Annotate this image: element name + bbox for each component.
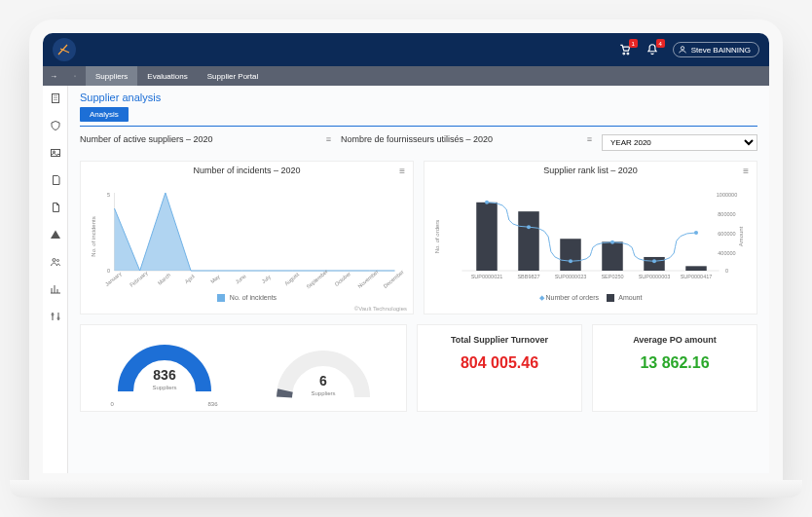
- rail-analytics[interactable]: [49, 282, 62, 296]
- legend-label: No. of incidents: [230, 294, 277, 301]
- kpi-menu[interactable]: ≡: [587, 134, 592, 144]
- y-axis-label: No. of incidents: [91, 216, 96, 256]
- kpi-header-row: Number of active suppliers – 2020 ≡ Nomb…: [80, 134, 757, 151]
- kpi-header-label: Number of active suppliers – 2020: [80, 134, 213, 144]
- sidebar-item-evaluations[interactable]: Evaluations: [137, 66, 197, 86]
- kpi-header-label: Nombre de fournisseurs utilisés – 2020: [341, 134, 493, 144]
- rail-users[interactable]: [49, 255, 62, 269]
- legend-swatch: [607, 294, 614, 302]
- sliders-icon: [50, 311, 61, 322]
- kpi-header-used-suppliers: Nombre de fournisseurs utilisés – 2020 ≡: [341, 134, 592, 144]
- gauge-sublabel: Suppliers: [311, 390, 335, 396]
- gauge-scale: 0 836: [111, 401, 218, 407]
- topbar-actions: 1 4 Steve BAINNING: [618, 42, 759, 57]
- app-logo[interactable]: [53, 38, 76, 61]
- svg-text:July: July: [261, 274, 273, 284]
- tab-analysis[interactable]: Analysis: [80, 107, 129, 122]
- rail-settings[interactable]: [49, 310, 62, 323]
- kpi-value: 804 005.46: [427, 354, 572, 372]
- svg-rect-4: [51, 150, 59, 157]
- svg-text:0: 0: [107, 268, 110, 274]
- user-menu[interactable]: Steve BAINNING: [673, 42, 759, 57]
- notifications-badge: 4: [656, 39, 665, 48]
- card-menu[interactable]: ≡: [399, 166, 405, 176]
- svg-point-9: [57, 317, 59, 319]
- note-icon: [50, 174, 61, 186]
- svg-point-8: [52, 314, 54, 315]
- svg-rect-33: [518, 211, 539, 271]
- card-gauges: 836 Suppliers 0 836: [80, 324, 407, 412]
- tab-underline: [80, 126, 757, 127]
- users-icon: [50, 256, 61, 268]
- nav-label: Supplier Portal: [207, 72, 258, 81]
- shield-icon: [50, 120, 61, 131]
- rail-suppliers[interactable]: [49, 92, 62, 105]
- legend-orders: Number of orders: [546, 294, 599, 301]
- rail-notes[interactable]: [49, 173, 62, 187]
- card-turnover: Total Supplier Turnover 804 005.46: [417, 324, 582, 412]
- sidebar-item-suppliers[interactable]: Suppliers: [86, 66, 137, 86]
- yr-axis-label: Amount: [738, 226, 744, 246]
- svg-point-38: [485, 201, 489, 204]
- svg-point-39: [527, 225, 531, 229]
- yl-axis-label: No. of orders: [434, 220, 440, 254]
- svg-text:SUP0000023: SUP0000023: [555, 274, 587, 279]
- svg-text:SUP0000003: SUP0000003: [639, 274, 671, 279]
- gauge-used-suppliers: 6 Suppliers: [270, 339, 377, 407]
- svg-point-40: [569, 259, 572, 263]
- gauge-value: 836: [153, 367, 176, 383]
- card-title: Supplier rank list – 2020: [424, 162, 757, 179]
- notifications-button[interactable]: 4: [646, 43, 659, 56]
- svg-text:September: September: [305, 268, 329, 289]
- rail-security[interactable]: [49, 119, 62, 132]
- svg-point-43: [694, 231, 698, 235]
- year-select[interactable]: YEAR 2020: [602, 134, 757, 151]
- svg-text:May: May: [209, 274, 221, 284]
- svg-point-1: [627, 53, 629, 55]
- gauge-value: 6: [319, 373, 327, 388]
- document-icon: [50, 202, 61, 213]
- svg-text:800000: 800000: [718, 211, 735, 217]
- svg-text:SBB9827: SBB9827: [517, 274, 539, 279]
- nav-label: Evaluations: [147, 72, 187, 81]
- cart-button[interactable]: 1: [618, 43, 632, 56]
- svg-text:0: 0: [725, 268, 728, 274]
- svg-text:June: June: [235, 273, 247, 284]
- svg-point-41: [610, 240, 614, 244]
- kpi-label: Total Supplier Turnover: [427, 335, 572, 345]
- topbar: 1 4 Steve BAINNING: [43, 33, 769, 66]
- gauge-svg: 6 Suppliers: [270, 339, 377, 407]
- card-title: Number of incidents – 2020: [81, 162, 413, 179]
- user-name: Steve BAINNING: [691, 46, 751, 55]
- avatar-icon: [678, 45, 687, 55]
- nav-label: Suppliers: [95, 72, 128, 81]
- card-menu[interactable]: ≡: [743, 166, 749, 176]
- rail-images[interactable]: [49, 146, 62, 160]
- chart-area: No. of incidents JanuaryFebruaryMarchApr…: [81, 179, 413, 292]
- body: Supplier analysis Analysis Number of act…: [43, 86, 769, 473]
- nav-home[interactable]: [64, 66, 86, 86]
- svg-text:600000: 600000: [718, 231, 735, 237]
- kpi-menu[interactable]: ≡: [326, 134, 331, 144]
- svg-text:February: February: [129, 270, 149, 288]
- cart-badge: 1: [629, 39, 638, 48]
- svg-rect-32: [476, 203, 498, 271]
- svg-point-2: [681, 47, 683, 50]
- rail-alerts[interactable]: [49, 228, 62, 241]
- kpi-label: Average PO amount: [603, 335, 747, 345]
- kpi-row: 836 Suppliers 0 836: [80, 324, 757, 412]
- warning-icon: [50, 229, 61, 240]
- rail-docs[interactable]: [49, 201, 62, 214]
- year-select-wrap: YEAR 2020: [602, 134, 757, 151]
- svg-rect-3: [52, 94, 58, 103]
- svg-text:October: October: [333, 271, 351, 287]
- nav-toggle[interactable]: →: [43, 66, 64, 86]
- chart-footnote: ©Vault Technologies: [81, 306, 413, 314]
- content: Supplier analysis Analysis Number of act…: [68, 86, 769, 473]
- nav-row: → Suppliers Evaluations Supplier Portal: [43, 66, 769, 86]
- page-title: Supplier analysis: [80, 92, 757, 103]
- logo-icon: [57, 43, 71, 56]
- home-icon: [74, 71, 76, 81]
- card-rank-chart: ≡ Supplier rank list – 2020 No. of order…: [424, 161, 757, 314]
- sidebar-item-supplier-portal[interactable]: Supplier Portal: [198, 66, 268, 86]
